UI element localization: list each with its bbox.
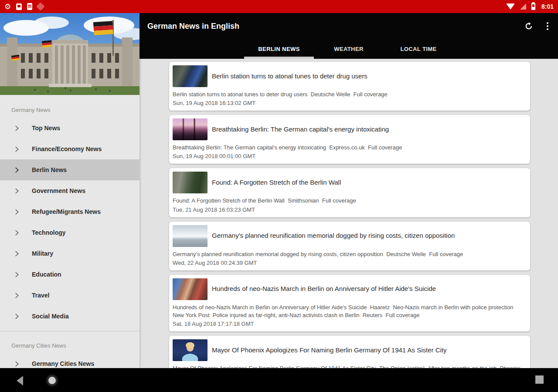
- article-thumbnail: [173, 172, 208, 193]
- article-card[interactable]: Breathtaking Berlin: The German capital'…: [169, 115, 530, 164]
- article-description: Found: A Forgotten Stretch of the Berlin…: [173, 197, 526, 205]
- status-bar-right-icons: 8:01: [506, 3, 554, 10]
- article-title: Breathtaking Berlin: The German capital'…: [212, 125, 389, 134]
- sidebar-item-label: Top News: [32, 125, 60, 132]
- tab-bar: BERLIN NEWS WEATHER LOCAL TIME: [140, 39, 558, 59]
- article-title: Found: A Forgotten Stretch of the Berlin…: [212, 179, 341, 187]
- article-thumbnail: [173, 339, 208, 361]
- chevron-right-icon: [13, 272, 19, 277]
- overflow-menu-icon[interactable]: [545, 20, 550, 32]
- article-card[interactable]: Found: A Forgotten Stretch of the Berlin…: [169, 168, 530, 217]
- sidebar-item-label: Military: [32, 250, 53, 257]
- wifi-icon: [506, 3, 515, 10]
- page-title: German News in English: [147, 22, 239, 31]
- sidebar-item-refugee-migrants-news[interactable]: Refugee/Migrants News: [0, 201, 140, 222]
- chevron-right-icon: [13, 209, 19, 215]
- app-bar-actions: [524, 20, 550, 32]
- tab-local-time[interactable]: LOCAL TIME: [384, 39, 453, 59]
- article-date: Sat, 18 Aug 2018 17:17:18 GMT: [173, 321, 526, 327]
- article-card[interactable]: Germany's planned reunification memorial…: [169, 222, 530, 270]
- home-button[interactable]: [47, 375, 58, 386]
- sidebar-item-berlin-news[interactable]: Berlin News: [0, 159, 140, 180]
- chevron-right-icon: [13, 188, 19, 194]
- article-thumbnail: [173, 65, 208, 87]
- chevron-right-icon: [13, 251, 19, 257]
- battery-icon: [531, 3, 535, 10]
- sidebar-item-travel[interactable]: Travel: [0, 285, 140, 306]
- article-date: Tue, 21 Aug 2018 16:03:23 GMT: [173, 206, 526, 213]
- sidebar-item-label: Berlin News: [32, 166, 67, 173]
- tab-label: BERLIN NEWS: [258, 46, 299, 52]
- article-thumbnail: [173, 278, 208, 300]
- sidebar-item-social-media[interactable]: Social Media: [0, 306, 140, 327]
- sidebar-item-label: Travel: [32, 292, 49, 299]
- article-title: Germany's planned reunification memorial…: [212, 232, 455, 240]
- sidebar-item-military[interactable]: Military: [0, 243, 140, 264]
- tab-label: WEATHER: [334, 46, 364, 52]
- chevron-right-icon: [13, 125, 19, 131]
- chevron-right-icon: [13, 146, 19, 152]
- cellular-signal-icon: [520, 3, 526, 10]
- article-list[interactable]: Berlin station turns to atonal tunes to …: [140, 59, 558, 368]
- app-shortcut-icon: [16, 3, 22, 10]
- sidebar-item-label: Technology: [32, 229, 66, 236]
- article-description: Mayor Of Phoenix Apologizes For Naming B…: [173, 365, 526, 368]
- chevron-right-icon: [13, 230, 19, 236]
- document-icon: [27, 3, 32, 10]
- settings-gear-icon: ⚙: [4, 3, 11, 10]
- sidebar-item-label: Finance/Economy News: [32, 145, 102, 152]
- article-description: Breathtaking Berlin: The German capital'…: [173, 144, 526, 152]
- sidebar-section: Germany News Top News Finance/Economy Ne…: [0, 103, 140, 327]
- tab-label: LOCAL TIME: [400, 46, 436, 52]
- article-thumbnail: [173, 118, 208, 140]
- sidebar-item-label: Refugee/Migrants News: [32, 208, 101, 215]
- article-description: Germany's planned reunification memorial…: [173, 250, 526, 258]
- refresh-icon[interactable]: [524, 21, 534, 31]
- article-title: Mayor Of Phoenix Apologizes For Naming B…: [212, 346, 447, 355]
- tab-berlin-news[interactable]: BERLIN NEWS: [244, 39, 314, 59]
- sidebar-section-header: Germany Cities News: [0, 338, 140, 353]
- sidebar-item-label: Education: [32, 271, 61, 278]
- app-screen: ⚙ 8:01: [0, 0, 558, 392]
- sidebar-item-government-news[interactable]: Government News: [0, 180, 140, 201]
- article-description: Hundreds of neo-Nazis March in Berlin on…: [173, 304, 526, 319]
- article-date: Sun, 19 Aug 2018 00:01:00 GMT: [173, 153, 526, 159]
- sidebar-item-finance-economy-news[interactable]: Finance/Economy News: [0, 139, 140, 159]
- article-description: Berlin station turns to atonal tunes to …: [173, 91, 526, 98]
- status-bar-left-icons: ⚙: [4, 3, 44, 10]
- sidebar: Germany News Top News Finance/Economy Ne…: [0, 13, 140, 368]
- sidebar-item-technology[interactable]: Technology: [0, 222, 140, 243]
- back-button[interactable]: [17, 376, 23, 385]
- chevron-right-icon: [13, 167, 19, 173]
- chevron-right-icon: [13, 314, 19, 319]
- system-nav-bar: [0, 368, 558, 392]
- sidebar-item-label: Social Media: [32, 313, 69, 320]
- article-thumbnail: [173, 225, 208, 247]
- recents-button[interactable]: [535, 375, 544, 384]
- sidebar-divider: [0, 331, 140, 331]
- status-bar: ⚙ 8:01: [0, 0, 558, 13]
- article-date: Wed, 22 Aug 2018 00:24:39 GMT: [173, 260, 526, 266]
- sidebar-item-label: Government News: [32, 187, 85, 194]
- article-title: Hundreds of neo-Nazis March in Berlin on…: [212, 285, 436, 293]
- tab-weather[interactable]: WEATHER: [314, 39, 384, 59]
- article-card[interactable]: Mayor Of Phoenix Apologizes For Naming B…: [169, 336, 530, 368]
- article-title: Berlin station turns to atonal tunes to …: [212, 72, 367, 81]
- reichstag-hero-image: [0, 13, 140, 95]
- chevron-right-icon: [13, 293, 19, 298]
- sidebar-section-header: Germany News: [0, 103, 140, 118]
- article-date: Sun, 19 Aug 2018 16:13:02 GMT: [173, 100, 526, 106]
- sidebar-item-education[interactable]: Education: [0, 264, 140, 285]
- article-card[interactable]: Hundreds of neo-Nazis March in Berlin on…: [169, 275, 530, 331]
- location-pin-icon: [36, 2, 45, 11]
- article-card[interactable]: Berlin station turns to atonal tunes to …: [169, 62, 530, 111]
- sidebar-item-label: Germany Cities News: [32, 360, 94, 367]
- status-bar-clock: 8:01: [541, 3, 554, 10]
- app-bar: German News in English: [140, 13, 558, 39]
- sidebar-item-top-news[interactable]: Top News: [0, 118, 140, 139]
- chevron-right-icon: [13, 361, 19, 367]
- sidebar-menu: Germany News Top News Finance/Economy Ne…: [0, 95, 140, 374]
